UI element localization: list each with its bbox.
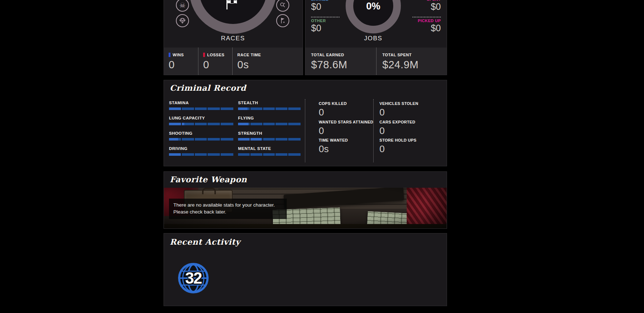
checkered-flag-icon xyxy=(226,0,238,12)
total-spent-value: $24.9M xyxy=(382,59,447,71)
wanted-stars-stat: WANTED STARS ATTAINED 0 xyxy=(319,120,377,137)
losses-stat: LOSSES 0 xyxy=(198,48,232,75)
races-stats-strip: WINS 0 LOSSES 0 RACE TIME 0s xyxy=(164,48,303,75)
earned-value: $0 xyxy=(311,1,351,12)
time-wanted-stat: TIME WANTED 0s xyxy=(319,138,377,155)
race-time-value: 0s xyxy=(237,59,303,71)
jobs-totals-strip: TOTAL EARNED $78.6M TOTAL SPENT $24.9M xyxy=(305,48,447,75)
magnifier-icon[interactable] xyxy=(276,0,289,12)
total-earned-value: $78.6M xyxy=(311,59,376,71)
skill-strength: STRENGTH xyxy=(238,131,301,141)
vehicles-stolen-stat: VEHICLES STOLEN 0 xyxy=(379,101,438,118)
skill-driving: DRIVING xyxy=(169,146,233,156)
flying-bar xyxy=(238,123,301,125)
lung-capacity-bar xyxy=(169,123,233,125)
spent-value: $0 xyxy=(401,1,441,12)
skill-stamina: STAMINA xyxy=(169,101,233,110)
race-time-stat: RACE TIME 0s xyxy=(232,48,303,75)
other-money-block: OTHER $0 xyxy=(311,19,351,33)
skill-mental-state: MENTAL STATE xyxy=(238,146,301,156)
spent-money-block: SPENT $0 xyxy=(401,0,441,12)
driving-bar xyxy=(169,153,233,156)
stealth-bar xyxy=(238,107,301,110)
deathmatch-skull-icon[interactable]: ☠ xyxy=(176,0,189,12)
jobs-panel: 0% EARNED $0 OTHER $0 SPENT $0 PICKED UP… xyxy=(305,0,447,75)
total-spent-stat: TOTAL SPENT $24.9M xyxy=(376,48,447,75)
wins-marker xyxy=(169,53,170,57)
other-label: OTHER xyxy=(311,19,351,23)
race-flag-icon[interactable] xyxy=(276,14,289,27)
favorite-weapon-panel: Favorite Weapon There are no available s… xyxy=(164,171,447,229)
losses-marker xyxy=(203,53,205,57)
criminal-record-divider-1 xyxy=(305,99,305,162)
jobs-percent: 0% xyxy=(346,1,401,12)
recent-activity-title: Recent Activity xyxy=(170,237,240,247)
no-stats-message: There are no available stats for your ch… xyxy=(169,199,287,219)
total-earned-stat: TOTAL EARNED $78.6M xyxy=(305,48,376,75)
skill-shooting: SHOOTING xyxy=(169,131,233,141)
favorite-weapon-title: Favorite Weapon xyxy=(170,175,247,184)
jobs-title: JOBS xyxy=(346,35,401,42)
criminal-record-title: Criminal Record xyxy=(170,83,246,93)
skill-flying: FLYING xyxy=(238,116,301,125)
picked-up-money-block: PICKED UP $0 xyxy=(401,19,441,33)
wins-stat: WINS 0 xyxy=(164,48,198,75)
strength-bar xyxy=(238,138,301,141)
stamina-bar xyxy=(169,107,233,110)
races-panel: ☠ RACES WINS 0 LOSSES 0 xyxy=(164,0,303,75)
rank-number: 32 xyxy=(178,263,209,294)
skill-lung-capacity: LUNG CAPACITY xyxy=(169,116,233,125)
skill-stealth: STEALTH xyxy=(238,101,301,110)
wins-value: 0 xyxy=(169,59,198,71)
recent-activity-panel: Recent Activity 32 xyxy=(164,233,447,306)
picked-up-label: PICKED UP xyxy=(401,19,441,23)
parachute-icon[interactable] xyxy=(176,14,189,27)
other-value: $0 xyxy=(311,23,351,33)
store-hold-ups-stat: STORE HOLD UPS 0 xyxy=(379,138,438,155)
races-title: RACES xyxy=(189,35,277,42)
cars-exported-stat: CARS EXPORTED 0 xyxy=(379,120,438,137)
criminal-record-panel: Criminal Record STAMINA LUNG CAPACITY SH… xyxy=(164,80,447,166)
shooting-bar xyxy=(169,138,233,141)
picked-up-value: $0 xyxy=(401,23,441,33)
rank-badge[interactable]: 32 xyxy=(178,263,209,294)
losses-value: 0 xyxy=(203,59,232,71)
weapons-table-image: There are no available stats for your ch… xyxy=(164,188,447,228)
mental-state-bar xyxy=(238,153,301,156)
earned-money-block: EARNED $0 xyxy=(311,0,351,12)
cops-killed-stat: COPS KILLED 0 xyxy=(319,101,377,118)
